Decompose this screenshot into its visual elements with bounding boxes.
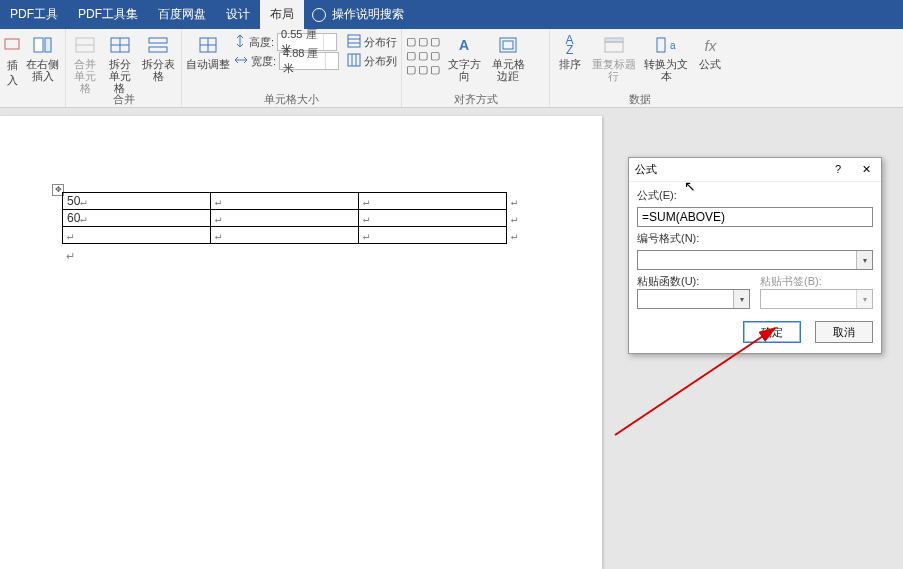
group-label-cellsize: 单元格大小 — [186, 91, 397, 107]
chevron-down-icon: ▾ — [856, 290, 872, 308]
align-tr-icon[interactable]: ▢ — [430, 35, 440, 48]
insert-icon — [1, 34, 23, 56]
align-bl-icon[interactable]: ▢ — [406, 63, 416, 76]
tab-pdf-suite[interactable]: PDF工具集 — [68, 0, 148, 29]
align-mr-icon[interactable]: ▢ — [430, 49, 440, 62]
group-label-align: 对齐方式 — [406, 91, 545, 107]
svg-rect-0 — [5, 39, 19, 49]
alignment-grid[interactable]: ▢▢▢ ▢▢▢ ▢▢▢ — [406, 31, 440, 76]
repeat-header-button: 重复标题行 — [589, 31, 638, 82]
svg-rect-18 — [348, 54, 360, 66]
table-row: ↵ ↵ ↵ ↵ — [63, 227, 547, 244]
align-ml-icon[interactable]: ▢ — [406, 49, 416, 62]
width-icon — [234, 54, 248, 68]
chevron-down-icon[interactable]: ▾ — [856, 251, 872, 269]
chevron-down-icon[interactable]: ▾ — [733, 290, 749, 308]
svg-text:a: a — [670, 40, 676, 51]
distribute-rows-icon — [347, 34, 361, 50]
table-row: 50↵ ↵ ↵ ↵ — [63, 193, 547, 210]
tab-design[interactable]: 设计 — [216, 0, 260, 29]
ribbon: 插入 在右侧插入 合并 单元格 拆分 单元格 拆分表格 合并 — [0, 29, 903, 108]
formula-input[interactable] — [637, 207, 873, 227]
number-format-input[interactable] — [637, 250, 873, 270]
paste-function-label: 粘贴函数(U): — [637, 274, 750, 289]
width-input[interactable]: 4.88 厘米 — [279, 52, 339, 70]
split-table-icon — [147, 34, 169, 56]
group-label-merge: 合并 — [70, 91, 177, 107]
insert-button[interactable]: 插入 — [4, 31, 20, 88]
cell-margins-icon — [497, 34, 519, 56]
tell-me-search[interactable]: 操作说明搜索 — [304, 0, 412, 29]
lightbulb-icon — [312, 8, 326, 22]
repeat-header-icon — [603, 34, 625, 56]
merge-cells-button: 合并 单元格 — [70, 31, 101, 94]
table-row: 60↵ ↵ ↵ ↵ — [63, 210, 547, 227]
svg-rect-24 — [605, 42, 623, 52]
sort-button[interactable]: AZ 排序 — [554, 31, 585, 70]
split-cells-icon — [109, 34, 131, 56]
formula-dialog: 公式 ? ✕ 公式(E): 编号格式(N): ▾ 粘贴函数(U): ▾ 粘贴书签… — [628, 157, 882, 354]
align-tc-icon[interactable]: ▢ — [418, 35, 428, 48]
svg-rect-1 — [34, 38, 43, 52]
svg-rect-9 — [149, 47, 167, 52]
merge-cells-icon — [74, 34, 96, 56]
formula-icon: fx — [699, 34, 721, 56]
dialog-close-button[interactable]: ✕ — [857, 163, 875, 176]
align-mc-icon[interactable]: ▢ — [418, 49, 428, 62]
align-bc-icon[interactable]: ▢ — [418, 63, 428, 76]
autofit-button[interactable]: 自动调整 — [186, 31, 230, 70]
cell-value[interactable]: 50 — [67, 194, 80, 208]
number-format-combo[interactable]: ▾ — [637, 250, 873, 270]
number-format-label: 编号格式(N): — [637, 231, 873, 246]
tab-pdf-tool[interactable]: PDF工具 — [0, 0, 68, 29]
convert-text-icon: a — [655, 34, 677, 56]
svg-rect-25 — [657, 38, 665, 52]
insert-right-button[interactable]: 在右侧插入 — [24, 31, 61, 82]
insert-label: 插入 — [4, 58, 20, 88]
formula-button[interactable]: fx 公式 — [695, 31, 726, 70]
split-table-button[interactable]: 拆分表格 — [139, 31, 177, 82]
svg-rect-23 — [605, 38, 623, 42]
document-table[interactable]: 50↵ ↵ ↵ ↵ 60↵ ↵ ↵ ↵ ↵ ↵ ↵ ↵ — [62, 192, 547, 244]
distribute-cols-icon — [347, 53, 361, 69]
tab-layout[interactable]: 布局 — [260, 0, 304, 29]
width-label: 宽度: — [251, 54, 276, 69]
page[interactable]: ✥ 50↵ ↵ ↵ ↵ 60↵ ↵ ↵ ↵ ↵ ↵ ↵ ↵ ↵ — [0, 116, 602, 569]
text-direction-button[interactable]: A 文字方向 — [444, 31, 484, 82]
distribute-rows-button[interactable]: 分布行 — [347, 33, 397, 51]
dialog-title: 公式 — [635, 162, 657, 177]
height-icon — [234, 34, 246, 50]
svg-rect-21 — [500, 38, 516, 52]
cell-margins-button[interactable]: 单元格 边距 — [488, 31, 528, 82]
svg-rect-2 — [45, 38, 51, 52]
autofit-icon — [197, 34, 219, 56]
sort-icon: AZ — [559, 34, 581, 56]
dialog-help-button[interactable]: ? — [829, 163, 847, 176]
text-direction-icon: A — [453, 34, 475, 56]
ribbon-tabbar: PDF工具 PDF工具集 百度网盘 设计 布局 操作说明搜索 — [0, 0, 903, 29]
cancel-button[interactable]: 取消 — [815, 321, 873, 343]
convert-to-text-button[interactable]: a 转换为文本 — [642, 31, 691, 82]
tab-baidu[interactable]: 百度网盘 — [148, 0, 216, 29]
paste-bookmark-combo: ▾ — [760, 289, 873, 309]
paragraph-mark-icon: ↵ — [66, 250, 75, 263]
distribute-cols-button[interactable]: 分布列 — [347, 52, 397, 70]
svg-rect-22 — [503, 41, 513, 49]
align-tl-icon[interactable]: ▢ — [406, 35, 416, 48]
split-cells-button[interactable]: 拆分 单元格 — [105, 31, 136, 94]
group-label-data: 数据 — [554, 91, 726, 107]
paste-bookmark-label: 粘贴书签(B): — [760, 274, 873, 289]
cell-value[interactable]: 60 — [67, 211, 80, 225]
height-label: 高度: — [249, 35, 274, 50]
group-label-insert — [4, 91, 61, 107]
align-br-icon[interactable]: ▢ — [430, 63, 440, 76]
insert-right-icon — [32, 34, 54, 56]
svg-rect-15 — [348, 35, 360, 47]
formula-field-label: 公式(E): — [637, 188, 873, 203]
svg-rect-8 — [149, 38, 167, 43]
paste-function-combo[interactable]: ▾ — [637, 289, 750, 309]
ok-button[interactable]: 确定 — [743, 321, 801, 343]
